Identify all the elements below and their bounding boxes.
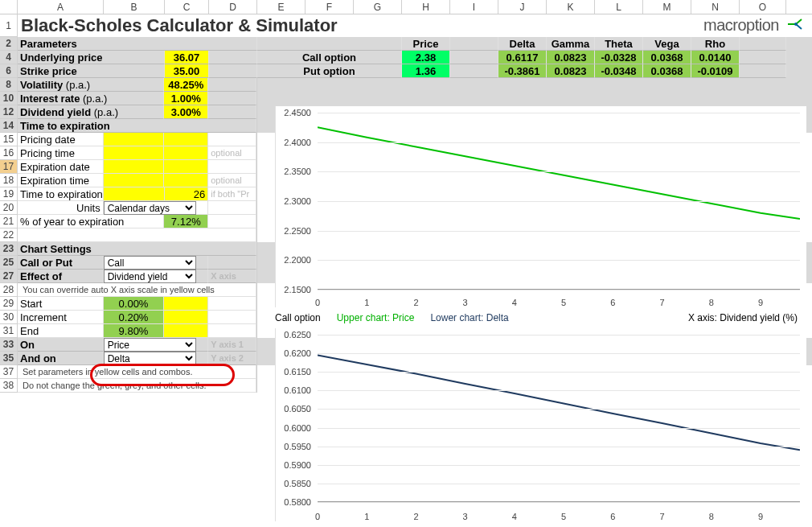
footer-line2: Do not change the green, grey, and other… [18,379,256,393]
select-units[interactable]: Calendar days [104,201,196,215]
legend-lower: Lower chart: Delta [430,312,508,323]
chart-legend: Call option Upper chart: Price Lower cha… [275,312,806,323]
rowhdr-30[interactable]: 30 [0,311,18,324]
label-call-or-put: Call or Put [18,256,104,270]
input-expiration-time2[interactable] [164,174,208,187]
put-vega: 0.0368 [643,64,691,78]
input-pricing-date2[interactable] [164,133,208,146]
input-end[interactable] [164,324,208,338]
colhdr-L[interactable]: L [595,0,643,14]
select-call-or-put[interactable]: Call [104,256,196,270]
rowhdr-23[interactable]: 23 [0,242,18,256]
rowhdr-1[interactable]: 1 [0,14,18,37]
input-dividend-yield[interactable]: 3.00% [164,105,208,119]
select-on[interactable]: Price [104,338,196,352]
input-expiration-date[interactable] [104,160,165,174]
colhdr-F[interactable]: F [306,0,354,14]
rowhdr-4[interactable]: 4 [0,51,18,64]
put-delta: -0.3861 [498,64,547,78]
call-gamma: 0.0823 [547,51,595,64]
rowhdr-18[interactable]: 18 [0,174,18,187]
input-underlying-price[interactable]: 36.07 [165,51,209,64]
page-title: Black-Scholes Calculator & Simulator [18,14,338,37]
colhdr-M[interactable]: M [643,0,691,14]
note-xaxis: X axis [208,270,256,283]
input-strike-price[interactable]: 35.00 [165,64,209,78]
colhdr-N[interactable]: N [691,0,740,14]
call-delta: 0.6117 [498,51,547,64]
put-gamma: 0.0823 [547,64,595,78]
colhdr-A[interactable]: A [18,0,104,14]
input-increment[interactable] [164,311,208,324]
note-optional-2: optional [208,174,256,187]
label-time-to-exp: Time to expiration [18,187,104,201]
colhdr-D[interactable]: D [209,0,257,14]
rowhdr-14[interactable]: 14 [0,119,18,133]
legend-xaxis: X axis: Dividend yield (%) [688,312,798,323]
select-effect-of[interactable]: Dividend yield [104,270,196,283]
rowhdr-28[interactable]: 28 [0,283,18,297]
input-pricing-time2[interactable] [164,146,208,160]
rowhdr-25[interactable]: 25 [0,256,18,270]
svg-point-0 [794,23,798,26]
input-expiration-time[interactable] [104,174,165,187]
rowhdr-19[interactable]: 19 [0,187,18,201]
rowhdr-27[interactable]: 27 [0,270,18,283]
rowhdr-33[interactable]: 33 [0,338,18,352]
rowhdr-15[interactable]: 15 [0,133,18,146]
input-time-to-exp[interactable] [104,187,165,201]
label-expiration-date: Expiration date [18,160,104,174]
input-time-to-exp-value[interactable]: 26 [165,187,209,201]
note-optional-1: optional [208,146,256,160]
colhdr-H[interactable]: H [402,0,450,14]
input-pricing-time[interactable] [104,146,165,160]
logo: macroption [703,16,804,35]
rowhdr-6[interactable]: 6 [0,64,18,78]
colhdr-I[interactable]: I [450,0,498,14]
colhdr-O[interactable]: O [740,0,786,14]
label-pct-year: % of year to expiration [18,215,164,229]
label-interest-rate: Interest rate (p.a.) [18,92,164,105]
hdr-gamma: Gamma [547,37,595,51]
hdr-theta: Theta [595,37,643,51]
rowhdr-29[interactable]: 29 [0,297,18,311]
parameters-header: Parameters [18,37,257,51]
colhdr-G[interactable]: G [354,0,402,14]
rowhdr-17[interactable]: 17 [0,160,18,174]
rowhdr-38[interactable]: 38 [0,379,18,393]
rowhdr-31[interactable]: 31 [0,324,18,338]
rowhdr-10[interactable]: 10 [0,92,18,105]
value-increment: 0.20% [104,311,165,324]
rowhdr-16[interactable]: 16 [0,146,18,160]
colhdr-B[interactable]: B [104,0,165,14]
rowhdr-37[interactable]: 37 [0,365,18,379]
column-headers: A B C D E F G H I J K L M N O [0,0,812,14]
select-and-on[interactable]: Delta [104,352,196,365]
colhdr-C[interactable]: C [165,0,209,14]
colhdr-J[interactable]: J [498,0,547,14]
note-yaxis1: Y axis 1 [208,338,256,352]
colhdr-K[interactable]: K [547,0,595,14]
label-end: End [18,324,104,338]
input-interest-rate[interactable]: 1.00% [164,92,208,105]
input-start[interactable] [164,297,208,311]
rowhdr-8[interactable]: 8 [0,78,18,92]
put-theta: -0.0348 [595,64,643,78]
rowhdr-35[interactable]: 35 [0,352,18,365]
rowhdr-20[interactable]: 20 [0,201,18,215]
rowhdr-21[interactable]: 21 [0,215,18,229]
hdr-rho: Rho [691,37,740,51]
call-rho: 0.0140 [691,51,740,64]
input-volatility[interactable]: 48.25% [164,78,208,92]
call-theta: -0.0328 [595,51,643,64]
rowhdr-12[interactable]: 12 [0,105,18,119]
label-pricing-date: Pricing date [18,133,104,146]
upper-chart: 2.15002.20002.25002.30002.35002.40002.45… [275,106,806,307]
input-pricing-date[interactable] [104,133,165,146]
colhdr-E[interactable]: E [257,0,306,14]
rowhdr-2[interactable]: 2 [0,37,18,51]
label-expiration-time: Expiration time [18,174,104,187]
label-on: On [18,338,104,352]
rowhdr-22[interactable]: 22 [0,229,18,242]
input-expiration-date2[interactable] [164,160,208,174]
